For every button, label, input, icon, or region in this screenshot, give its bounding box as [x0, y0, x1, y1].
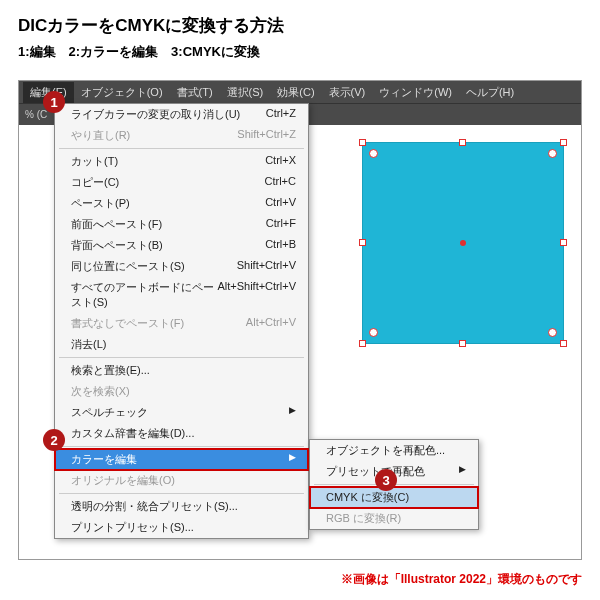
shortcut-label: Shift+Ctrl+Z: [237, 128, 296, 143]
separator: [59, 493, 304, 494]
shortcut-label: Ctrl+Z: [266, 107, 296, 122]
menu-item[interactable]: CMYK に変換(C): [310, 487, 478, 508]
menu-item[interactable]: 消去(L): [55, 334, 308, 355]
handle-tl[interactable]: [359, 139, 366, 146]
menu-item-label: 同じ位置にペースト(S): [71, 259, 185, 274]
menu-object[interactable]: オブジェクト(O): [74, 82, 170, 103]
menu-item[interactable]: プリントプリセット(S)...: [55, 517, 308, 538]
menu-item-label: 消去(L): [71, 337, 106, 352]
center-point: [460, 240, 466, 246]
menu-item-label: カスタム辞書を編集(D)...: [71, 426, 194, 441]
menu-item-label: 前面へペースト(F): [71, 217, 162, 232]
menu-item-label: オブジェクトを再配色...: [326, 443, 445, 458]
menu-item[interactable]: コピー(C)Ctrl+C: [55, 172, 308, 193]
menu-item[interactable]: 透明の分割・統合プリセット(S)...: [55, 496, 308, 517]
menu-view[interactable]: 表示(V): [322, 82, 373, 103]
handle-t[interactable]: [459, 139, 466, 146]
menu-item-label: ペースト(P): [71, 196, 130, 211]
selected-rectangle[interactable]: [363, 143, 563, 343]
handle-b[interactable]: [459, 340, 466, 347]
menu-item[interactable]: カット(T)Ctrl+X: [55, 151, 308, 172]
menu-item-label: コピー(C): [71, 175, 119, 190]
menu-item-label: プリントプリセット(S)...: [71, 520, 194, 535]
footer-note: ※画像は「Illustrator 2022」環境のものです: [341, 571, 582, 588]
menu-item-label: 透明の分割・統合プリセット(S)...: [71, 499, 238, 514]
menu-item-label: 書式なしでペースト(F): [71, 316, 184, 331]
page-title: DICカラーをCMYKに変換する方法: [0, 0, 600, 43]
menu-item-label: RGB に変換(R): [326, 511, 401, 526]
corner-widget-tr[interactable]: [548, 149, 557, 158]
handle-tr[interactable]: [560, 139, 567, 146]
shortcut-label: Ctrl+F: [266, 217, 296, 232]
separator: [59, 357, 304, 358]
menu-item: 次を検索(X): [55, 381, 308, 402]
menu-item[interactable]: 同じ位置にペースト(S)Shift+Ctrl+V: [55, 256, 308, 277]
menu-item[interactable]: カスタム辞書を編集(D)...: [55, 423, 308, 444]
menu-item-label: 背面へペースト(B): [71, 238, 163, 253]
step-badge-3: 3: [375, 469, 397, 491]
zoom-label: % (C: [25, 109, 47, 120]
step-badge-1: 1: [43, 91, 65, 113]
menu-item: RGB に変換(R): [310, 508, 478, 529]
shortcut-label: Alt+Shift+Ctrl+V: [217, 280, 296, 310]
corner-widget-br[interactable]: [548, 328, 557, 337]
menu-item[interactable]: ライブカラーの変更の取り消し(U)Ctrl+Z: [55, 104, 308, 125]
separator: [59, 148, 304, 149]
menu-item-label: スペルチェック: [71, 405, 148, 420]
menu-item[interactable]: 背面へペースト(B)Ctrl+B: [55, 235, 308, 256]
steps-text: 1:編集 2:カラーを編集 3:CMYKに変換: [0, 43, 600, 71]
menu-effect[interactable]: 効果(C): [270, 82, 321, 103]
handle-bl[interactable]: [359, 340, 366, 347]
shortcut-label: Ctrl+B: [265, 238, 296, 253]
chevron-right-icon: ▶: [289, 452, 296, 467]
menu-item[interactable]: すべてのアートボードにペースト(S)Alt+Shift+Ctrl+V: [55, 277, 308, 313]
menu-item: やり直し(R)Shift+Ctrl+Z: [55, 125, 308, 146]
corner-widget-tl[interactable]: [369, 149, 378, 158]
menu-item[interactable]: ペースト(P)Ctrl+V: [55, 193, 308, 214]
menu-item: オリジナルを編集(O): [55, 470, 308, 491]
menu-select[interactable]: 選択(S): [220, 82, 271, 103]
menu-window[interactable]: ウィンドウ(W): [372, 82, 459, 103]
menu-help[interactable]: ヘルプ(H): [459, 82, 521, 103]
menu-item-label: 検索と置換(E)...: [71, 363, 150, 378]
shortcut-label: Alt+Ctrl+V: [246, 316, 296, 331]
shortcut-label: Shift+Ctrl+V: [237, 259, 296, 274]
menu-item[interactable]: カラーを編集▶: [55, 449, 308, 470]
menu-item-label: すべてのアートボードにペースト(S): [71, 280, 217, 310]
menu-item-label: 次を検索(X): [71, 384, 130, 399]
menu-item[interactable]: オブジェクトを再配色...: [310, 440, 478, 461]
menu-item[interactable]: 前面へペースト(F)Ctrl+F: [55, 214, 308, 235]
chevron-right-icon: ▶: [289, 405, 296, 420]
menu-item: 書式なしでペースト(F)Alt+Ctrl+V: [55, 313, 308, 334]
edit-menu-dropdown: ライブカラーの変更の取り消し(U)Ctrl+Zやり直し(R)Shift+Ctrl…: [54, 103, 309, 539]
menu-item-label: CMYK に変換(C): [326, 490, 409, 505]
menu-item-label: ライブカラーの変更の取り消し(U): [71, 107, 240, 122]
handle-br[interactable]: [560, 340, 567, 347]
step-badge-2: 2: [43, 429, 65, 451]
shortcut-label: Ctrl+V: [265, 196, 296, 211]
separator: [59, 446, 304, 447]
menu-item-label: オリジナルを編集(O): [71, 473, 175, 488]
shortcut-label: Ctrl+C: [265, 175, 296, 190]
menu-item-label: やり直し(R): [71, 128, 130, 143]
menu-type[interactable]: 書式(T): [170, 82, 220, 103]
app-window: 編集(E) オブジェクト(O) 書式(T) 選択(S) 効果(C) 表示(V) …: [18, 80, 582, 560]
chevron-right-icon: ▶: [459, 464, 466, 479]
handle-l[interactable]: [359, 239, 366, 246]
handle-r[interactable]: [560, 239, 567, 246]
shortcut-label: Ctrl+X: [265, 154, 296, 169]
menu-bar: 編集(E) オブジェクト(O) 書式(T) 選択(S) 効果(C) 表示(V) …: [19, 81, 581, 103]
menu-item-label: カラーを編集: [71, 452, 137, 467]
menu-item[interactable]: 検索と置換(E)...: [55, 360, 308, 381]
menu-item[interactable]: スペルチェック▶: [55, 402, 308, 423]
corner-widget-bl[interactable]: [369, 328, 378, 337]
menu-item-label: カット(T): [71, 154, 118, 169]
